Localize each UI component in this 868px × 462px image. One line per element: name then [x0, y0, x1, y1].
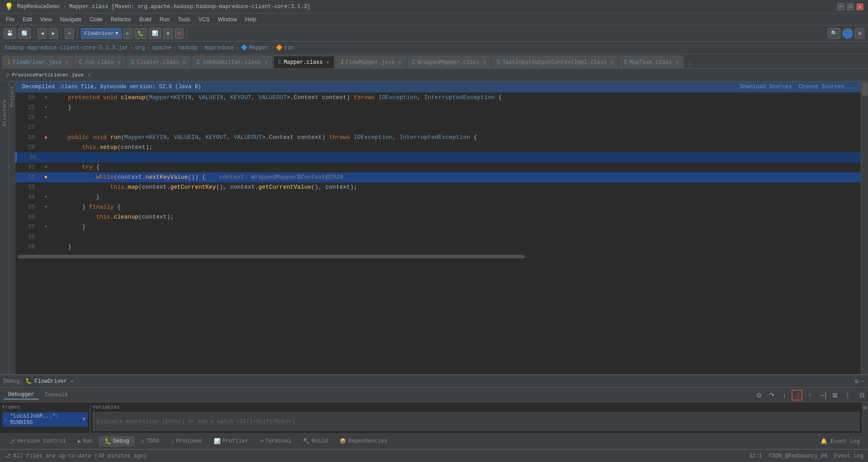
watch-evaluate-bar[interactable]: Evaluate expression (Enter) or add a wat… [93, 412, 859, 431]
undo-button[interactable]: ↩ [65, 28, 74, 39]
back-button[interactable]: ◀ [38, 28, 47, 39]
code-editor[interactable]: Decompiled .class file, bytecode version… [15, 81, 861, 374]
fold-icon-25[interactable]: ▾ [44, 103, 47, 113]
fold-icon-34[interactable]: ▾ [44, 192, 47, 202]
menu-help[interactable]: Help [241, 15, 260, 24]
coverage-button[interactable]: 📊 [149, 28, 161, 39]
menu-tools[interactable]: Tools [174, 15, 194, 24]
breadcrumb-mapreduce[interactable]: mapreduce [205, 45, 234, 51]
breakpoint-28[interactable]: ● [44, 133, 47, 143]
tab-close-icon[interactable]: ✕ [398, 59, 401, 65]
fold-arrow-24[interactable]: ▾ [44, 93, 47, 103]
tab-close-icon[interactable]: ✕ [610, 59, 613, 65]
close-button[interactable]: ✕ [856, 3, 863, 10]
tab-cluster-class[interactable]: C Cluster.class ✕ [127, 56, 191, 68]
maximize-button[interactable]: □ [847, 3, 854, 10]
problems-tab[interactable]: ⚠ Problems [165, 436, 208, 447]
menu-edit[interactable]: Edit [19, 15, 36, 24]
tab2-close-icon[interactable]: ✕ [88, 73, 90, 78]
debug-button[interactable]: 🐛 [134, 28, 147, 39]
more-debug-button[interactable]: ⋮ [842, 390, 853, 400]
right-scrollbar-panel[interactable] [861, 81, 868, 374]
frames-item[interactable]: ✓ "LocalJobR...": RUNNING ▼ [2, 412, 88, 427]
structure-label[interactable]: Structure [2, 100, 7, 126]
tab-job-class[interactable]: C Job.class ✕ [74, 56, 126, 68]
menu-navigate[interactable]: Navigate [57, 15, 85, 24]
run-tab[interactable]: ▶ Run [72, 436, 98, 447]
fold-icon-35[interactable]: ▾ [44, 202, 47, 212]
menu-window[interactable]: Window [214, 15, 241, 24]
tab-flowmapper-java[interactable]: J FlowMapper.java ✕ [335, 56, 406, 68]
minimize-button[interactable]: ─ [837, 3, 844, 10]
tab-close-active-icon[interactable]: ✕ [326, 59, 330, 65]
menu-refactor[interactable]: Refactor [107, 15, 135, 24]
tab-jobsubmitter-class[interactable]: C JobSubmitter.class ✕ [192, 56, 272, 68]
user-avatar[interactable]: 👤 [842, 28, 853, 39]
tab-close-icon[interactable]: ✕ [675, 59, 679, 65]
tab-provincepartitioner-java[interactable]: J ProvincePartitioner.java ✕ [2, 72, 94, 78]
forward-button[interactable]: ▶ [49, 28, 58, 39]
breadcrumb-apache[interactable]: apache [152, 45, 171, 51]
evaluate-expression-button[interactable]: ⊞ [830, 390, 840, 400]
run-to-cursor-button[interactable]: →| [817, 390, 828, 400]
todo-tab[interactable]: ☑ TODO [136, 436, 165, 447]
show-execution-point-button[interactable]: ⊙ [754, 390, 764, 400]
debug-minimize-icon[interactable]: ─ [861, 378, 864, 385]
console-tab[interactable]: Console [41, 391, 72, 399]
more-run-button[interactable]: ⚙ [163, 28, 173, 39]
debug-session-close-icon[interactable]: ✕ [71, 378, 74, 384]
debug-settings-icon[interactable]: ⚙ [854, 377, 858, 385]
breadcrumb-org[interactable]: org [135, 45, 145, 51]
tab-close-icon[interactable]: ✕ [183, 59, 186, 65]
menu-file[interactable]: File [2, 15, 18, 24]
scrollbar-thumb[interactable] [862, 82, 868, 96]
save-all-button[interactable]: 💾 [4, 28, 16, 39]
fold-icon-26[interactable]: ▾ [44, 113, 47, 123]
event-log-status[interactable]: Event Log [834, 453, 863, 459]
menu-run[interactable]: Run [156, 15, 173, 24]
expand-all-icon[interactable]: ⊞ [863, 405, 866, 411]
menu-view[interactable]: View [37, 15, 56, 24]
search-everywhere-button[interactable]: 🔍 [828, 28, 840, 39]
terminal-tab[interactable]: ⌨ Terminal [255, 436, 297, 447]
step-out-button[interactable]: ↑ [804, 390, 815, 400]
debug-frames-toggle[interactable]: ⊟ [859, 391, 864, 400]
step-over-button[interactable]: ↷ [766, 390, 777, 400]
event-log-button[interactable]: 🔔 Event Log [816, 438, 864, 445]
tab-close-icon[interactable]: ✕ [264, 59, 268, 65]
tab-wrappedmapper-class[interactable]: C WrappedMapper.class ✕ [407, 56, 491, 68]
menu-code[interactable]: Code [86, 15, 106, 24]
horizontal-scrollbar[interactable] [15, 252, 861, 261]
breadcrumb-jar[interactable]: hadoop-mapreduce-client-core-3.1.3.jar [5, 45, 128, 51]
filter-icon[interactable]: ▼ [82, 416, 85, 423]
breadcrumb-hadoop[interactable]: hadoop [178, 45, 198, 51]
tab-taskinputoutput-class[interactable]: C TaskInputOutputContextImpl.class ✕ [492, 56, 618, 68]
sync-button[interactable]: 🔄 [18, 28, 31, 39]
breadcrumb-run[interactable]: run [284, 45, 294, 51]
debug-bottom-tab[interactable]: 🐛 Debug [99, 436, 135, 447]
run-button[interactable]: ▶ [123, 28, 133, 39]
fold-icon-37[interactable]: ▾ [44, 222, 47, 232]
menu-vcs[interactable]: VCS [195, 15, 213, 24]
fold-icon-31[interactable]: ▾ [44, 162, 47, 172]
download-sources-link[interactable]: Download Sources [740, 84, 792, 90]
version-control-tab[interactable]: ⎇ Version Control [4, 436, 71, 447]
menu-build[interactable]: Build [136, 15, 155, 24]
settings-button[interactable]: ⚙ [855, 28, 864, 39]
more-tabs-button[interactable]: ⋮ [687, 61, 693, 68]
tab-close-icon[interactable]: ✕ [483, 59, 486, 65]
tab-close-icon[interactable]: ✕ [65, 59, 68, 65]
build-tab[interactable]: 🔨 Build [297, 436, 333, 447]
tab-mapper-class[interactable]: C Mapper.class ✕ [273, 56, 334, 68]
project-icon[interactable]: Project [9, 86, 15, 107]
run-config-dropdown[interactable]: FlowDriver ▼ [81, 28, 122, 39]
tab-close-icon[interactable]: ✕ [118, 59, 121, 65]
dependencies-tab[interactable]: 📦 Dependencies [334, 436, 392, 447]
choose-sources-link[interactable]: Choose Sources... [799, 84, 854, 90]
tab-flowdriver-java[interactable]: J FlowDriver.java ✕ [2, 56, 73, 68]
step-into-button[interactable]: ↓ [779, 390, 790, 400]
debugger-tab[interactable]: Debugger [4, 391, 39, 400]
profiler-tab[interactable]: 📊 Profiler [208, 436, 254, 447]
window-controls[interactable]: ─ □ ✕ [837, 3, 863, 10]
force-step-into-button[interactable]: ↓! [792, 390, 802, 400]
